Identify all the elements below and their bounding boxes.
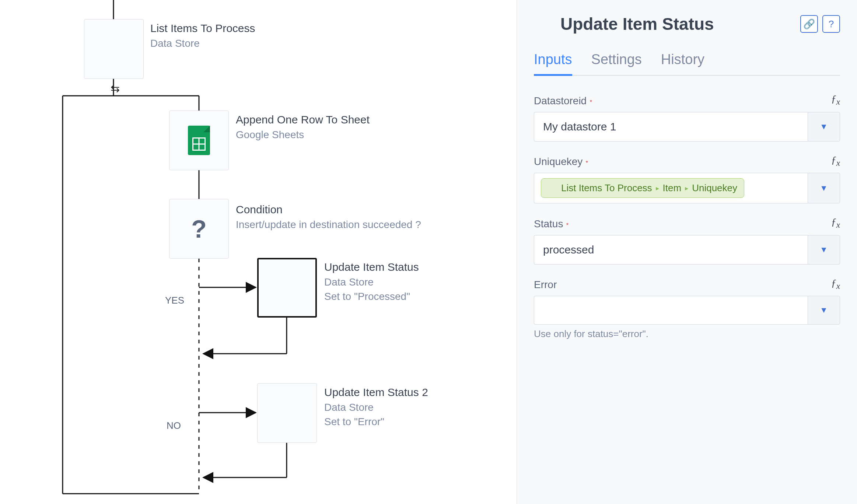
field-label: Datastoreid <box>534 95 587 106</box>
flow-canvas[interactable]: ⇆ List Items To Process Data Store Appen… <box>0 0 517 504</box>
link-button[interactable]: 🔗 <box>800 15 818 33</box>
node-condition[interactable]: ? <box>169 199 229 259</box>
pinwheel-icon <box>99 35 128 63</box>
required-indicator: * <box>586 160 588 166</box>
node-subtitle: Data Store <box>324 400 428 414</box>
node-title: List Items To Process <box>150 21 255 36</box>
branch-no-label: NO <box>167 420 181 431</box>
node-subtitle: Google Sheets <box>236 127 370 142</box>
pinwheel-icon <box>548 183 557 193</box>
pill-part: Uniquekey <box>692 182 737 194</box>
pinwheel-icon <box>273 399 301 427</box>
node-update-status-processed[interactable] <box>257 258 317 318</box>
google-sheets-icon <box>188 126 210 155</box>
fx-button[interactable]: ƒx <box>831 277 840 291</box>
chevron-down-icon: ▼ <box>820 245 828 255</box>
fx-button[interactable]: ƒx <box>831 93 840 107</box>
tab-settings[interactable]: Settings <box>591 52 642 76</box>
loop-icon: ⇆ <box>111 82 120 95</box>
panel-tabs: Inputs Settings History <box>534 52 840 76</box>
help-button[interactable]: ? <box>822 15 840 33</box>
chevron-right-icon: ▸ <box>685 184 688 192</box>
branch-yes-label: YES <box>165 295 184 306</box>
chevron-down-icon: ▼ <box>820 183 828 193</box>
question-icon: ? <box>191 214 207 243</box>
link-icon: 🔗 <box>803 18 815 30</box>
node-subtitle: Set to "Error" <box>324 414 428 429</box>
field-label: Uniquekey <box>534 156 583 167</box>
status-input[interactable]: processed <box>534 235 808 265</box>
node-title: Update Item Status 2 <box>324 385 428 400</box>
datastoreid-input[interactable]: My datastore 1 <box>534 112 808 141</box>
node-subtitle: Insert/update in destination succeeded ? <box>236 217 421 232</box>
pinwheel-icon <box>273 273 301 302</box>
field-label: Status <box>534 218 563 230</box>
dropdown-button[interactable]: ▼ <box>808 112 840 141</box>
node-title: Append One Row To Sheet <box>236 112 370 127</box>
dropdown-button[interactable]: ▼ <box>808 173 840 203</box>
required-indicator: * <box>590 99 592 105</box>
node-title: Update Item Status <box>324 259 419 275</box>
uniquekey-input[interactable]: List Items To Process ▸ Item ▸ Uniquekey <box>534 173 808 203</box>
node-subtitle: Set to "Processed" <box>324 289 419 304</box>
required-indicator: * <box>566 222 569 228</box>
pill-part: List Items To Process <box>561 182 652 194</box>
node-update-status-error[interactable] <box>257 383 317 443</box>
node-subtitle: Data Store <box>150 36 255 50</box>
pinwheel-icon <box>534 14 553 34</box>
help-icon: ? <box>829 18 834 30</box>
field-hint: Use only for status="error". <box>534 328 840 340</box>
panel-title: Update Item Status <box>560 14 714 34</box>
fx-button[interactable]: ƒx <box>831 154 840 168</box>
reference-pill[interactable]: List Items To Process ▸ Item ▸ Uniquekey <box>541 178 744 198</box>
chevron-down-icon: ▼ <box>820 305 828 315</box>
pill-part: Item <box>663 182 682 194</box>
field-label: Error <box>534 279 557 290</box>
field-error: Error ƒx ▼ Use only for status="error". <box>534 277 840 340</box>
field-uniquekey: Uniquekey * ƒx List Items To Process ▸ I… <box>534 154 840 204</box>
field-datastoreid: Datastoreid * ƒx My datastore 1 ▼ <box>534 93 840 141</box>
details-panel: Update Item Status 🔗 ? Inputs Settings H… <box>517 0 857 504</box>
dropdown-button[interactable]: ▼ <box>808 296 840 325</box>
chevron-down-icon: ▼ <box>820 122 828 132</box>
field-status: Status * ƒx processed ▼ <box>534 216 840 265</box>
node-subtitle: Data Store <box>324 275 419 289</box>
node-list-items[interactable] <box>84 19 144 79</box>
tab-history[interactable]: History <box>661 52 704 76</box>
chevron-right-icon: ▸ <box>656 184 659 192</box>
dropdown-button[interactable]: ▼ <box>808 235 840 265</box>
fx-button[interactable]: ƒx <box>831 216 840 230</box>
error-input[interactable] <box>534 296 808 325</box>
node-title: Condition <box>236 202 421 217</box>
node-append-row[interactable] <box>169 111 229 170</box>
